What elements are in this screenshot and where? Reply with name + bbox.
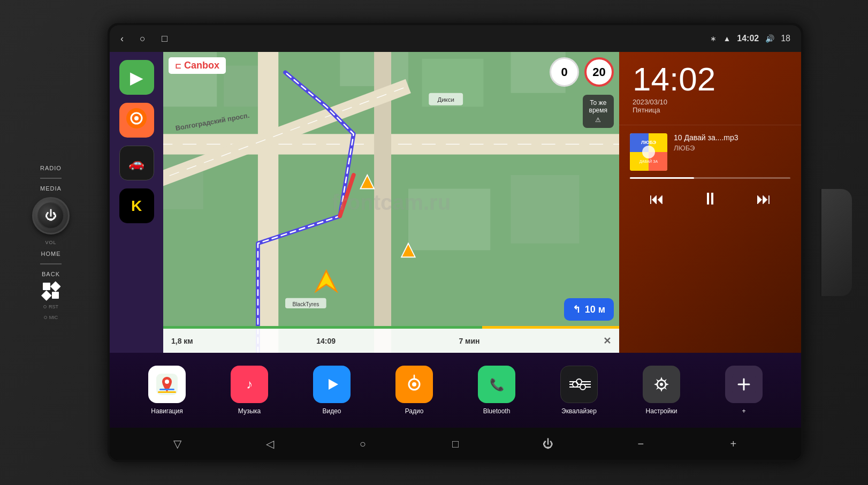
carplay-icon: ▶ xyxy=(130,67,143,88)
app-settings[interactable]: Настройки xyxy=(635,366,688,415)
prev-button[interactable]: ⏮ xyxy=(643,185,670,212)
svg-text:ДАВАЙ ЗА: ДАВАЙ ЗА xyxy=(639,159,658,164)
app-bluetooth[interactable]: 📞 Bluetooth xyxy=(470,366,523,415)
back-nav-button[interactable]: ‹ xyxy=(120,33,124,44)
app-navigation[interactable]: Навигация xyxy=(140,366,194,415)
sidebar-dashcam[interactable]: 🚗 xyxy=(119,146,154,180)
direction-arrow: ↰ xyxy=(573,304,581,315)
sidebar-carplay[interactable]: ▶ xyxy=(119,60,154,95)
radio-icon xyxy=(395,366,433,403)
equalizer-label: Эквалайзер xyxy=(561,407,597,415)
rst-label: RST xyxy=(49,304,58,309)
dropdown-button[interactable]: ▽ xyxy=(164,430,191,457)
navigation-icon xyxy=(148,366,186,403)
svg-rect-11 xyxy=(511,175,580,244)
svg-text:ЛЮБЭ: ЛЮБЭ xyxy=(641,140,657,145)
date-info: 2023/03/10 Пятница xyxy=(633,98,788,114)
sidebar-kino[interactable]: K xyxy=(119,188,154,223)
map-svg: Дикси BlackTyres Волгоградский просп. xyxy=(163,52,619,353)
instruction-line1: То же xyxy=(589,99,607,107)
svg-rect-36 xyxy=(159,389,174,390)
instruction-line2: время xyxy=(589,107,607,114)
music-artist: ЛЮБЭ xyxy=(674,144,790,152)
screen-container: ‹ ○ □ ∗ ▲ 14:02 🔊 18 ▶ xyxy=(108,23,803,462)
app-radio[interactable]: Радио xyxy=(387,366,441,415)
grid-sq-3 xyxy=(41,290,51,300)
recent-system-button[interactable]: □ xyxy=(442,430,469,457)
svg-rect-10 xyxy=(408,188,490,250)
map-close-button[interactable]: ✕ xyxy=(603,335,611,347)
music-label: Музыка xyxy=(238,407,261,415)
recent-nav-button[interactable]: □ xyxy=(162,33,167,44)
music-section: ЛЮБЭ ДАВАЙ ЗА 10 Давай за....mp3 ЛЮБЭ xyxy=(619,125,801,353)
content-main: ▶ 🚗 K xyxy=(110,52,801,428)
svg-point-44 xyxy=(412,382,416,387)
kino-icon: K xyxy=(131,198,142,215)
media-button[interactable]: MEDIA xyxy=(40,185,62,192)
mic-indicator: MIC xyxy=(44,315,58,320)
app-video[interactable]: Видео xyxy=(305,366,359,415)
clock-status: 14:02 xyxy=(737,34,759,43)
power-knob[interactable]: ⏻ xyxy=(32,197,70,234)
status-icons: ∗ ▲ 14:02 🔊 18 xyxy=(710,34,790,43)
back-system-button[interactable]: ◁ xyxy=(257,430,284,457)
power-system-button[interactable]: ⏻ xyxy=(535,430,561,457)
map-area[interactable]: frontcam.ru xyxy=(163,52,619,353)
svg-point-30 xyxy=(642,146,655,158)
album-art: ЛЮБЭ ДАВАЙ ЗА xyxy=(630,133,667,171)
music-progress-fill xyxy=(630,177,694,179)
svg-text:♪: ♪ xyxy=(246,377,253,391)
rst-indicator: RST xyxy=(43,304,58,309)
vol-label: VOL xyxy=(45,240,56,245)
home-nav-button[interactable]: ○ xyxy=(140,33,146,44)
dashcam-icon: 🚗 xyxy=(128,156,144,171)
sidebar-music[interactable] xyxy=(119,103,154,138)
map-distance: 1,8 км xyxy=(171,337,193,345)
video-label: Видео xyxy=(322,407,341,415)
add-label: + xyxy=(742,407,745,415)
plus-button[interactable]: + xyxy=(720,430,747,457)
radio-button[interactable]: RADIO xyxy=(40,165,62,171)
home-divider xyxy=(40,263,62,264)
mic-dot xyxy=(44,316,47,319)
direction-distance: 10 м xyxy=(585,304,605,315)
app-sidebar: ▶ 🚗 K xyxy=(110,52,163,353)
svg-text:Дикси: Дикси xyxy=(437,96,454,103)
map-eta: 14:09 xyxy=(316,337,336,345)
grid-sq-4 xyxy=(52,292,59,299)
svg-point-60 xyxy=(660,383,663,386)
info-panel: 14:02 2023/03/10 Пятница xyxy=(619,52,801,353)
car-unit: RADIO MEDIA ⏻ VOL HOME BACK RST MIC xyxy=(0,0,868,485)
volume-status-icon: 🔊 xyxy=(765,34,774,43)
status-bar: ‹ ○ □ ∗ ▲ 14:02 🔊 18 xyxy=(110,25,801,52)
svg-point-2 xyxy=(134,116,139,120)
minus-button[interactable]: − xyxy=(627,430,654,457)
svg-point-35 xyxy=(165,380,169,384)
music-info: 10 Давай за....mp3 ЛЮБЭ xyxy=(674,133,790,152)
radio-grid-label: Радио xyxy=(405,407,424,415)
app-equalizer[interactable]: Эквалайзер xyxy=(552,366,606,415)
back-button[interactable]: BACK xyxy=(42,271,60,277)
settings-label: Настройки xyxy=(646,407,677,415)
speed-limit: 20 xyxy=(584,57,614,87)
bluetooth-status-icon: ∗ xyxy=(710,34,717,43)
svg-rect-14 xyxy=(258,52,278,353)
power-icon: ⏻ xyxy=(45,209,57,223)
map-bottom-bar: 1,8 км 14:09 7 мин ✕ xyxy=(163,329,619,353)
grid-icon[interactable] xyxy=(43,283,59,299)
pause-button[interactable]: ⏸ xyxy=(697,185,724,212)
nav-buttons: ‹ ○ □ xyxy=(120,33,167,44)
app-add[interactable]: + xyxy=(717,366,771,415)
music-progress-bar[interactable] xyxy=(630,177,790,179)
radio-divider xyxy=(40,178,62,179)
home-system-button[interactable]: ○ xyxy=(349,430,376,457)
svg-rect-37 xyxy=(158,391,176,393)
apps-grid-section: Навигация ♪ Музыка xyxy=(110,353,801,428)
next-button[interactable]: ⏭ xyxy=(750,185,777,212)
app-music[interactable]: ♪ Музыка xyxy=(223,366,276,415)
speed-current: 0 xyxy=(550,57,579,87)
svg-text:BlackTyres: BlackTyres xyxy=(292,301,319,307)
music-grid-icon: ♪ xyxy=(231,366,268,403)
home-button[interactable]: HOME xyxy=(41,251,61,257)
day-value: Пятница xyxy=(633,106,660,114)
